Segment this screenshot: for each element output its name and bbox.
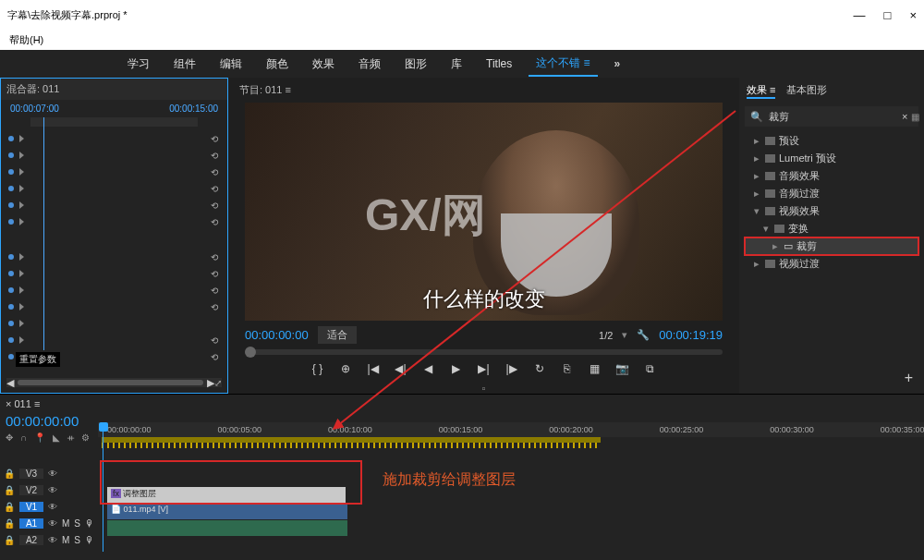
- tab-color[interactable]: 颜色: [259, 53, 296, 76]
- tl-tool-5[interactable]: ⚙: [81, 432, 90, 443]
- track-header[interactable]: 🔒V3👁: [0, 465, 98, 481]
- export-frame[interactable]: 📷: [615, 362, 630, 375]
- track-header[interactable]: 🔒A2👁MS🎙: [0, 531, 98, 548]
- menu-help[interactable]: 帮助(H): [9, 33, 43, 47]
- extract[interactable]: ▦: [588, 362, 602, 375]
- src-right-tc: 00:00:15:00: [169, 103, 218, 114]
- tab-graphics[interactable]: 图形: [397, 53, 434, 76]
- annotation-text: 施加裁剪给调整图层: [383, 470, 516, 490]
- timeline-tc[interactable]: 00:00:00:00: [0, 413, 98, 429]
- program-title: 节目: 011 ≡: [232, 78, 736, 103]
- src-left-tc: 00:00:07:00: [10, 103, 59, 114]
- clip-adjustment-layer[interactable]: fx调整图层: [107, 487, 346, 503]
- effect-item[interactable]: ▸视频过渡: [745, 255, 918, 273]
- go-out[interactable]: |▶: [505, 362, 519, 375]
- program-right-tc: 00:00:19:19: [659, 328, 723, 342]
- play-button[interactable]: ▶: [449, 362, 464, 375]
- effect-item[interactable]: ▸Lumetri 预设: [745, 150, 918, 167]
- lift[interactable]: ⎘: [560, 362, 575, 375]
- preset-icon[interactable]: ▦: [911, 112, 919, 122]
- go-in[interactable]: |◀: [366, 362, 381, 375]
- effect-item[interactable]: ▸预设: [745, 132, 918, 150]
- effect-item[interactable]: ▾变换: [745, 220, 918, 237]
- tl-tool-1[interactable]: ∩: [20, 432, 27, 443]
- source-panel-title: 混合器: 011: [1, 79, 227, 100]
- close-button[interactable]: ×: [909, 8, 917, 22]
- effect-item[interactable]: ▸音频效果: [745, 167, 918, 185]
- tab-assembly[interactable]: 组件: [166, 53, 203, 76]
- track-header[interactable]: 🔒V2👁: [0, 481, 98, 498]
- clip-audio[interactable]: [107, 520, 347, 536]
- effect-item[interactable]: ▸音频过渡: [745, 185, 918, 202]
- track-header[interactable]: 🔒V1👁: [0, 498, 98, 515]
- min-button[interactable]: —: [854, 8, 866, 22]
- undo-icon[interactable]: ⟲: [211, 134, 218, 144]
- step-fwd[interactable]: ▶|: [477, 362, 492, 375]
- track-header[interactable]: 🔒A1👁MS🎙: [0, 515, 98, 531]
- tab-audio[interactable]: 音频: [351, 53, 388, 76]
- settings-icon[interactable]: 🔧: [637, 329, 650, 341]
- new-bin-button[interactable]: +: [739, 362, 924, 394]
- program-left-tc[interactable]: 00:00:00:00: [245, 328, 309, 342]
- src-scroll-thumb[interactable]: [18, 380, 203, 385]
- essential-graphics-tab[interactable]: 基本图形: [786, 83, 827, 99]
- effect-item[interactable]: ▾视频效果: [745, 202, 918, 220]
- expand-icon[interactable]: ⤢: [214, 378, 222, 388]
- clip-video[interactable]: 📄 011.mp4 [V]: [107, 504, 347, 519]
- tab-custom[interactable]: 这个不错 ≡: [529, 52, 597, 77]
- reset-params[interactable]: 重置参数: [16, 352, 60, 367]
- step-back[interactable]: ◀|: [394, 362, 408, 375]
- clear-search[interactable]: ×: [902, 111, 907, 122]
- project-title: 字幕\去除视频字幕.prproj *: [7, 8, 128, 22]
- search-icon: 🔍: [750, 111, 763, 123]
- tab-titles[interactable]: Titles: [479, 54, 519, 74]
- max-button[interactable]: □: [884, 8, 892, 22]
- video-subtitle: 什么样的改变: [423, 286, 545, 313]
- tl-tool-2[interactable]: 📍: [34, 432, 45, 443]
- play-back[interactable]: ◀: [421, 362, 436, 375]
- mark-in-out[interactable]: { }: [310, 362, 325, 375]
- tl-tool-4[interactable]: ᚑ: [67, 432, 74, 443]
- tab-learn[interactable]: 学习: [120, 53, 157, 76]
- add-marker[interactable]: ⊕: [338, 362, 353, 375]
- tab-effects-ws[interactable]: 效果: [305, 53, 342, 76]
- program-scrubber[interactable]: [245, 349, 723, 355]
- watermark: GX/网: [365, 186, 486, 245]
- res-half[interactable]: 1/2: [599, 330, 613, 341]
- effects-panel-tab[interactable]: 效果 ≡: [747, 83, 775, 99]
- program-monitor[interactable]: GX/网 什么样的改变: [245, 103, 723, 321]
- zoom-fit[interactable]: 适合: [318, 326, 357, 344]
- tl-tool-0[interactable]: ✥: [6, 432, 13, 443]
- loop[interactable]: ↻: [532, 362, 547, 375]
- effects-search-input[interactable]: [767, 110, 898, 123]
- tl-tool-3[interactable]: ◣: [53, 432, 60, 443]
- source-playhead[interactable]: [43, 117, 44, 350]
- tab-editing[interactable]: 编辑: [213, 53, 249, 76]
- tab-library[interactable]: 库: [444, 53, 469, 76]
- effect-item[interactable]: ▸▭裁剪: [745, 237, 918, 255]
- sequence-tab[interactable]: × 011 ≡: [0, 395, 98, 413]
- compare[interactable]: ⧉: [643, 362, 658, 375]
- tab-overflow[interactable]: »: [607, 54, 628, 74]
